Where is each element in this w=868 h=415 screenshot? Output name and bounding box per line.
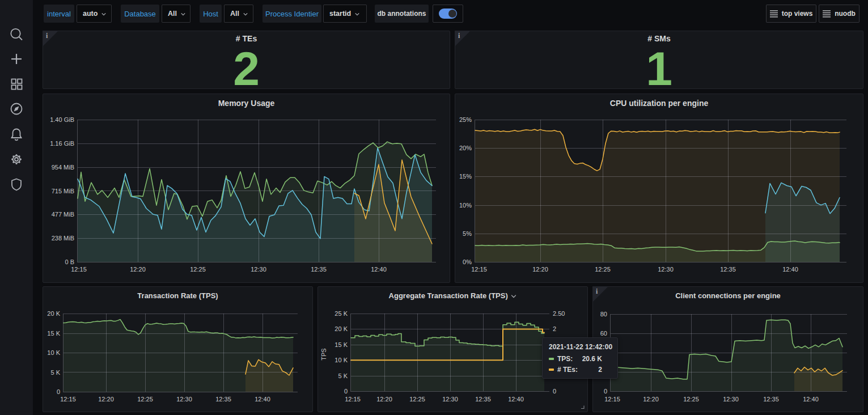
svg-text:0 B: 0 B [65, 259, 74, 265]
svg-text:15 K: 15 K [47, 330, 60, 337]
svg-text:5 K: 5 K [50, 369, 60, 376]
svg-text:0: 0 [57, 388, 60, 395]
svg-text:12:40: 12:40 [255, 396, 270, 403]
svg-text:12:20: 12:20 [376, 396, 392, 403]
svg-text:12:40: 12:40 [508, 396, 524, 403]
svg-text:1.40 GiB: 1.40 GiB [50, 116, 74, 123]
svg-text:12:30: 12:30 [442, 396, 458, 403]
svg-text:60: 60 [600, 330, 607, 337]
svg-text:12:35: 12:35 [311, 266, 327, 273]
svg-text:5 K: 5 K [338, 372, 348, 379]
svg-text:0: 0 [344, 388, 348, 395]
svg-text:0: 0 [553, 388, 556, 395]
svg-text:12:40: 12:40 [371, 266, 387, 273]
svg-text:5%: 5% [463, 230, 472, 237]
svg-text:12:30: 12:30 [723, 396, 739, 403]
svg-text:12:25: 12:25 [190, 266, 206, 273]
svg-text:0: 0 [604, 388, 607, 395]
svg-text:12:35: 12:35 [763, 396, 779, 403]
svg-text:0%: 0% [463, 259, 472, 265]
svg-text:12:20: 12:20 [98, 396, 114, 403]
svg-text:12:25: 12:25 [409, 396, 425, 403]
svg-text:12:40: 12:40 [782, 266, 798, 273]
svg-text:12:30: 12:30 [251, 266, 266, 273]
svg-text:12:20: 12:20 [532, 266, 548, 273]
svg-text:954 MiB: 954 MiB [52, 164, 74, 171]
svg-text:10%: 10% [459, 202, 472, 209]
svg-text:1.16 GiB: 1.16 GiB [50, 140, 74, 147]
svg-text:15 K: 15 K [335, 341, 348, 348]
svg-text:20 K: 20 K [47, 310, 60, 317]
svg-text:10 K: 10 K [335, 357, 348, 363]
svg-text:12:35: 12:35 [720, 266, 736, 273]
svg-text:12:15: 12:15 [60, 396, 76, 403]
svg-text:TPS: TPS [320, 348, 327, 360]
svg-text:10 K: 10 K [47, 349, 60, 356]
svg-text:12:40: 12:40 [803, 396, 819, 403]
svg-text:12:35: 12:35 [475, 396, 491, 403]
svg-text:12:30: 12:30 [176, 396, 192, 403]
svg-text:477 MiB: 477 MiB [52, 211, 74, 218]
svg-text:20 K: 20 K [335, 325, 348, 332]
svg-text:25%: 25% [459, 116, 472, 123]
svg-text:12:25: 12:25 [137, 396, 153, 403]
svg-text:12:35: 12:35 [215, 396, 231, 403]
svg-text:2.50: 2.50 [553, 310, 565, 317]
svg-text:12:15: 12:15 [71, 266, 87, 273]
svg-text:12:25: 12:25 [595, 266, 611, 273]
svg-text:80: 80 [600, 311, 607, 317]
svg-text:12:15: 12:15 [345, 396, 361, 403]
svg-text:238 MiB: 238 MiB [52, 235, 74, 242]
svg-text:12:25: 12:25 [683, 396, 699, 403]
svg-text:12:30: 12:30 [658, 266, 674, 273]
svg-text:15%: 15% [459, 173, 472, 180]
svg-text:12:20: 12:20 [643, 396, 659, 403]
svg-text:20%: 20% [459, 145, 472, 151]
svg-text:12:15: 12:15 [604, 396, 620, 403]
svg-text:2: 2 [553, 325, 556, 332]
svg-text:715 MiB: 715 MiB [52, 188, 74, 194]
svg-text:25 K: 25 K [335, 310, 348, 317]
svg-text:12:20: 12:20 [130, 266, 146, 273]
svg-text:12:15: 12:15 [471, 266, 487, 273]
